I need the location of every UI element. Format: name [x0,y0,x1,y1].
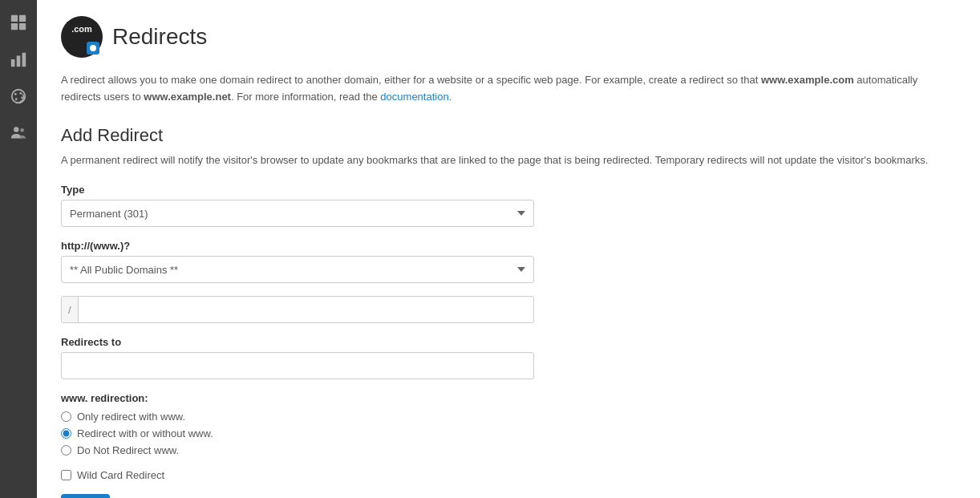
svg-point-13 [20,128,24,132]
path-group: / [61,296,956,323]
logo-badge [87,42,99,55]
svg-rect-5 [17,55,21,67]
path-input[interactable] [79,297,533,322]
add-button[interactable]: Add [61,494,110,498]
radio-with-or-without-input[interactable] [61,428,71,439]
page-header: .com Redirects [61,16,956,58]
domain-label: http://(www.)? [61,240,956,252]
svg-rect-1 [19,15,26,22]
description-suffix: . For more information, read the [231,91,380,103]
svg-rect-6 [22,53,26,67]
type-group: Type Permanent (301) Temporary (302) [61,184,956,227]
sidebar-icon-chart[interactable] [4,45,33,74]
sidebar-icon-grid[interactable] [4,8,33,37]
svg-rect-2 [11,23,18,30]
description-bold2: www.example.net [144,91,231,103]
page-title: Redirects [112,24,207,50]
description-link-end: . [449,91,452,103]
sidebar-icon-palette[interactable] [4,82,33,111]
wildcard-checkbox[interactable] [61,470,71,480]
main-content: .com Redirects A redirect allows you to … [37,0,980,498]
svg-point-11 [15,98,18,100]
logo-badge-inner [90,45,96,51]
wildcard-label: Wild Card Redirect [77,469,164,481]
radio-only-www-label: Only redirect with www. [77,411,185,423]
radio-no-www-input[interactable] [61,445,71,455]
section-description: A permanent redirect will notify the vis… [61,152,956,168]
domain-group: http://(www.)? ** All Public Domains ** [61,240,956,283]
radio-with-or-without-label: Redirect with or without www. [77,427,213,439]
radio-only-www[interactable]: Only redirect with www. [61,411,956,423]
documentation-link[interactable]: documentation [380,91,448,103]
svg-rect-4 [11,59,15,67]
type-label: Type [61,184,956,196]
logo: .com [61,16,103,58]
sidebar-icon-users[interactable] [4,119,33,148]
description-intro: A redirect allows you to make one domain… [61,74,761,86]
redirects-to-input[interactable] [61,352,534,379]
www-label: www. redirection: [61,392,956,404]
radio-with-or-without[interactable]: Redirect with or without www. [61,427,956,439]
type-select[interactable]: Permanent (301) Temporary (302) [61,200,534,227]
radio-group: Only redirect with www. Redirect with or… [61,411,956,456]
radio-no-www[interactable]: Do Not Redirect www. [61,444,956,456]
svg-point-12 [14,127,18,132]
path-input-group: / [61,296,534,323]
svg-point-9 [19,92,22,95]
logo-text: .com [71,24,92,34]
path-prefix: / [62,297,79,322]
wildcard-item[interactable]: Wild Card Redirect [61,469,956,481]
svg-rect-0 [11,15,18,22]
svg-point-8 [14,93,17,95]
www-group: www. redirection: Only redirect with www… [61,392,956,456]
section-title: Add Redirect [61,125,956,146]
svg-point-7 [12,90,26,103]
svg-rect-3 [19,23,26,30]
page-description: A redirect allows you to make one domain… [61,72,956,106]
redirects-to-group: Redirects to [61,336,956,379]
radio-no-www-label: Do Not Redirect www. [77,444,179,456]
sidebar [0,0,37,498]
radio-only-www-input[interactable] [61,411,71,422]
domain-select[interactable]: ** All Public Domains ** [61,256,534,283]
redirects-to-label: Redirects to [61,336,956,348]
description-bold1: www.example.com [761,74,854,86]
